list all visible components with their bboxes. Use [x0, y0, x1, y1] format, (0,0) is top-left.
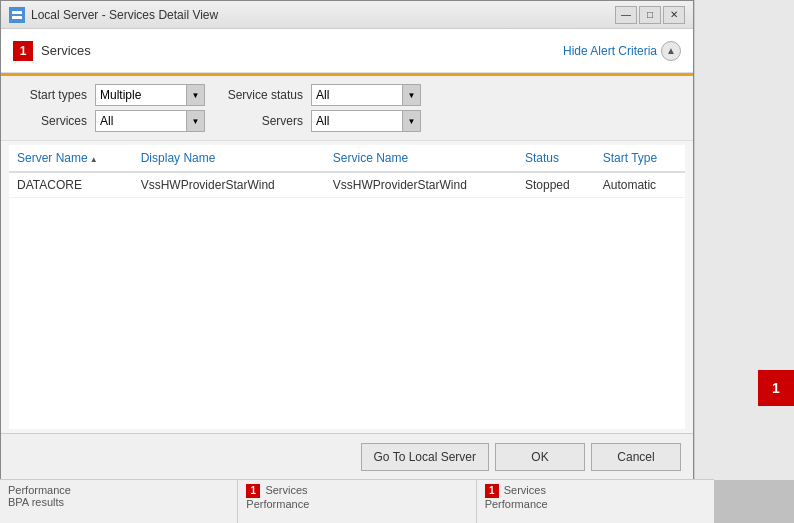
filter-row-1: Start types Multiple ▼ Service status Al… [17, 84, 677, 106]
bottom-col1-row2: BPA results [8, 496, 229, 508]
svg-rect-1 [12, 16, 22, 19]
go-to-local-server-button[interactable]: Go To Local Server [361, 443, 490, 471]
start-types-select[interactable]: Multiple ▼ [95, 84, 205, 106]
ok-button[interactable]: OK [495, 443, 585, 471]
services-dropdown-arrow: ▼ [186, 111, 204, 131]
cell-server-name: DATACORE [9, 172, 133, 198]
col-start-type[interactable]: Start Type [595, 145, 685, 172]
title-bar-left: Local Server - Services Detail View [9, 7, 218, 23]
servers-label: Servers [213, 114, 303, 128]
col-server-name[interactable]: Server Name [9, 145, 133, 172]
service-status-select[interactable]: All ▼ [311, 84, 421, 106]
table-header-row: Server Name Display Name Service Name St… [9, 145, 685, 172]
bottom-col-1: Performance BPA results [0, 480, 238, 523]
title-bar: Local Server - Services Detail View — □ … [1, 1, 693, 29]
right-badge: 1 [758, 370, 794, 406]
section-title: Services [41, 43, 91, 58]
bottom-col3-badge: 1 [485, 484, 499, 498]
table-header: Server Name Display Name Service Name St… [9, 145, 685, 172]
alert-badge: 1 [13, 41, 33, 61]
start-types-value: Multiple [100, 88, 141, 102]
servers-dropdown-arrow: ▼ [402, 111, 420, 131]
services-select[interactable]: All ▼ [95, 110, 205, 132]
service-status-dropdown-arrow: ▼ [402, 85, 420, 105]
right-panel: 1 [694, 0, 794, 480]
window-title: Local Server - Services Detail View [31, 8, 218, 22]
table-row[interactable]: DATACOREVssHWProviderStarWindVssHWProvid… [9, 172, 685, 198]
filter-area: Start types Multiple ▼ Service status Al… [1, 76, 693, 141]
cell-service-name: VssHWProviderStarWind [325, 172, 517, 198]
start-types-dropdown-arrow: ▼ [186, 85, 204, 105]
minimize-button[interactable]: — [615, 6, 637, 24]
bottom-col-2: 1 Services Performance [238, 480, 476, 523]
svg-rect-0 [12, 11, 22, 14]
services-table: Server Name Display Name Service Name St… [9, 145, 685, 198]
server-icon [9, 7, 25, 23]
services-label: Services [17, 114, 87, 128]
hide-alert-label: Hide Alert Criteria [563, 44, 657, 58]
bottom-col3-row2: Performance [485, 498, 706, 510]
maximize-button[interactable]: □ [639, 6, 661, 24]
content-area: 1 Services Hide Alert Criteria ▲ Start t… [1, 29, 693, 479]
filter-row-2: Services All ▼ Servers All ▼ [17, 110, 677, 132]
chevron-up-icon: ▲ [661, 41, 681, 61]
bottom-col2-row2: Performance [246, 498, 467, 510]
start-types-label: Start types [17, 88, 87, 102]
dialog-window: Local Server - Services Detail View — □ … [0, 0, 694, 480]
servers-value: All [316, 114, 329, 128]
bottom-col1-row1: Performance [8, 484, 229, 496]
col-service-name[interactable]: Service Name [325, 145, 517, 172]
service-status-label: Service status [213, 88, 303, 102]
bottom-strip: Performance BPA results 1 Services Perfo… [0, 479, 714, 523]
servers-select[interactable]: All ▼ [311, 110, 421, 132]
services-value: All [100, 114, 113, 128]
bottom-col2-badge: 1 [246, 484, 260, 498]
bottom-col3-row1: 1 Services [485, 484, 706, 498]
dialog-footer: Go To Local Server OK Cancel [1, 433, 693, 479]
section-title-group: 1 Services [13, 41, 91, 61]
hide-alert-button[interactable]: Hide Alert Criteria ▲ [563, 41, 681, 61]
section-header: 1 Services Hide Alert Criteria ▲ [1, 29, 693, 73]
table-body: DATACOREVssHWProviderStarWindVssHWProvid… [9, 172, 685, 198]
title-controls: — □ ✕ [615, 6, 685, 24]
col-display-name[interactable]: Display Name [133, 145, 325, 172]
close-button[interactable]: ✕ [663, 6, 685, 24]
cell-start-type: Automatic [595, 172, 685, 198]
service-status-value: All [316, 88, 329, 102]
cell-display-name: VssHWProviderStarWind [133, 172, 325, 198]
table-area: Server Name Display Name Service Name St… [9, 145, 685, 429]
col-status[interactable]: Status [517, 145, 595, 172]
bottom-col2-row1: 1 Services [246, 484, 467, 498]
cancel-button[interactable]: Cancel [591, 443, 681, 471]
bottom-col-3: 1 Services Performance [477, 480, 714, 523]
cell-status: Stopped [517, 172, 595, 198]
